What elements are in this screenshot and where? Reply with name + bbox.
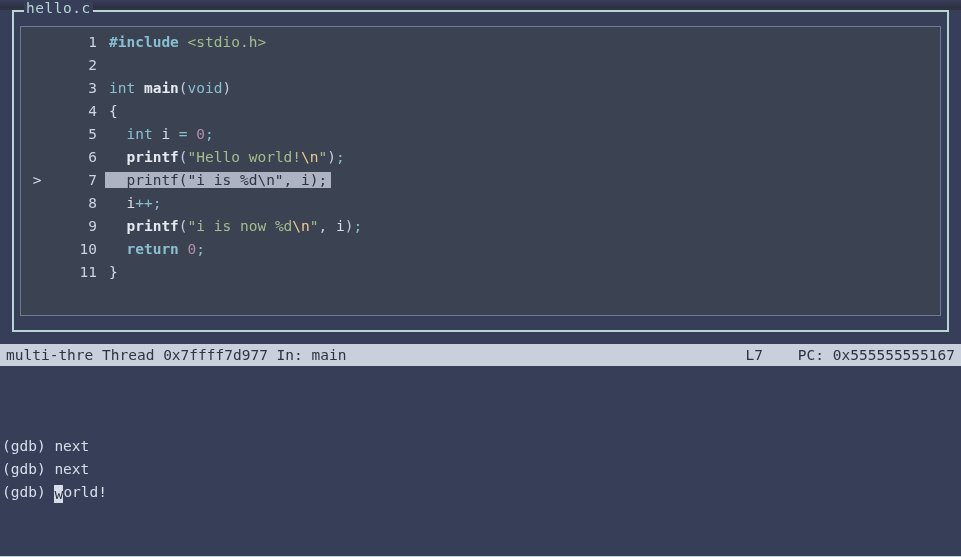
- breakpoint-gutter[interactable]: >: [21, 169, 53, 192]
- code-line: 1#include <stdio.h>: [21, 31, 940, 54]
- source-text: {: [109, 100, 118, 123]
- breakpoint-gutter[interactable]: [21, 77, 53, 100]
- line-number: 10: [53, 238, 109, 261]
- breakpoint-gutter[interactable]: [21, 123, 53, 146]
- line-number: 8: [53, 192, 109, 215]
- gdb-console[interactable]: (gdb) next(gdb) next(gdb) world!: [0, 366, 961, 504]
- code-line: 2: [21, 54, 940, 77]
- line-number: 5: [53, 123, 109, 146]
- current-line-highlight: printf("i is %d\n", i);: [105, 172, 331, 188]
- source-text: int main(void): [109, 77, 231, 100]
- source-frame-outer: hello.c 1#include <stdio.h>23int main(vo…: [12, 10, 949, 332]
- source-text: i++;: [109, 192, 161, 215]
- console-text: next: [54, 461, 89, 477]
- breakpoint-gutter[interactable]: [21, 146, 53, 169]
- breakpoint-gutter[interactable]: [21, 54, 53, 77]
- line-number: 2: [53, 54, 109, 77]
- line-number: 11: [53, 261, 109, 284]
- line-number: 4: [53, 100, 109, 123]
- status-line: L7: [745, 347, 762, 363]
- source-text: }: [109, 261, 118, 284]
- code-line: 10 return 0;: [21, 238, 940, 261]
- code-line: 6 printf("Hello world!\n");: [21, 146, 940, 169]
- source-text: int i = 0;: [109, 123, 214, 146]
- code-line: 8 i++;: [21, 192, 940, 215]
- breakpoint-gutter[interactable]: [21, 192, 53, 215]
- line-number: 3: [53, 77, 109, 100]
- source-text: printf("Hello world!\n");: [109, 146, 345, 169]
- console-line: (gdb) next: [2, 458, 959, 481]
- code-line: 5 int i = 0;: [21, 123, 940, 146]
- breakpoint-gutter[interactable]: [21, 31, 53, 54]
- breakpoint-gutter[interactable]: [21, 238, 53, 261]
- gdb-prompt: (gdb): [2, 461, 54, 477]
- source-text: printf("i is now %d\n", i);: [109, 215, 362, 238]
- gdb-prompt: (gdb): [2, 484, 54, 500]
- source-frame-inner[interactable]: 1#include <stdio.h>23int main(void)4{5 i…: [20, 26, 941, 316]
- line-number: 7: [53, 169, 109, 192]
- line-number: 6: [53, 146, 109, 169]
- code-line: 3int main(void): [21, 77, 940, 100]
- window-top-bar: [0, 0, 961, 8]
- gdb-prompt: (gdb): [2, 438, 54, 454]
- console-line: (gdb) world!: [2, 481, 959, 504]
- gdb-tui-screen: hello.c 1#include <stdio.h>23int main(vo…: [0, 10, 961, 557]
- code-line: 9 printf("i is now %d\n", i);: [21, 215, 940, 238]
- console-text: next: [54, 438, 89, 454]
- source-text: #include <stdio.h>: [109, 31, 266, 54]
- console-line: (gdb) next: [2, 435, 959, 458]
- line-number: 9: [53, 215, 109, 238]
- status-bar: multi-thre Thread 0x7ffff7d977 In: main …: [0, 344, 961, 366]
- code-line: 11}: [21, 261, 940, 284]
- status-pc: PC: 0x555555555167: [798, 347, 955, 363]
- source-file-title: hello.c: [24, 0, 93, 16]
- breakpoint-gutter[interactable]: [21, 215, 53, 238]
- status-left: multi-thre Thread 0x7ffff7d977 In: main: [6, 344, 745, 366]
- source-text: return 0;: [109, 238, 205, 261]
- console-text: orld!: [63, 484, 107, 500]
- line-number: 1: [53, 31, 109, 54]
- status-right: L7 PC: 0x555555555167: [745, 344, 955, 366]
- breakpoint-gutter[interactable]: [21, 261, 53, 284]
- breakpoint-gutter[interactable]: [21, 100, 53, 123]
- source-text: printf("i is %d\n", i);: [109, 169, 331, 192]
- code-line: 4{: [21, 100, 940, 123]
- code-line: >7 printf("i is %d\n", i);: [21, 169, 940, 192]
